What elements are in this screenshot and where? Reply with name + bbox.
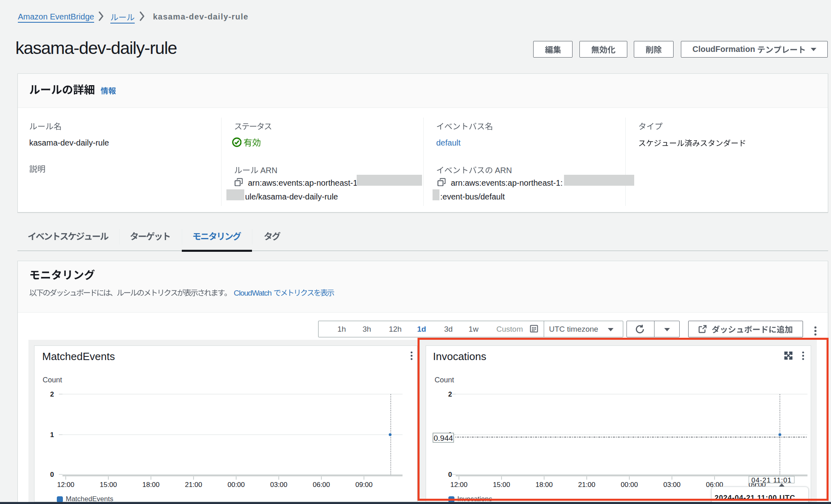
svg-text:2: 2 [50,390,54,398]
svg-text:09:00: 09:00 [355,481,373,489]
svg-text:00:00: 00:00 [228,481,245,489]
svg-text:12:00: 12:00 [57,481,75,489]
svg-text:1: 1 [50,431,54,439]
svg-text:18:00: 18:00 [142,481,160,489]
svg-text:0: 0 [50,471,54,478]
svg-text:MatchedEvents: MatchedEvents [66,495,113,502]
svg-text:06:00: 06:00 [313,481,330,489]
svg-text:03:00: 03:00 [270,481,288,489]
svg-text:15:00: 15:00 [100,481,117,489]
svg-text:21:00: 21:00 [185,481,202,489]
